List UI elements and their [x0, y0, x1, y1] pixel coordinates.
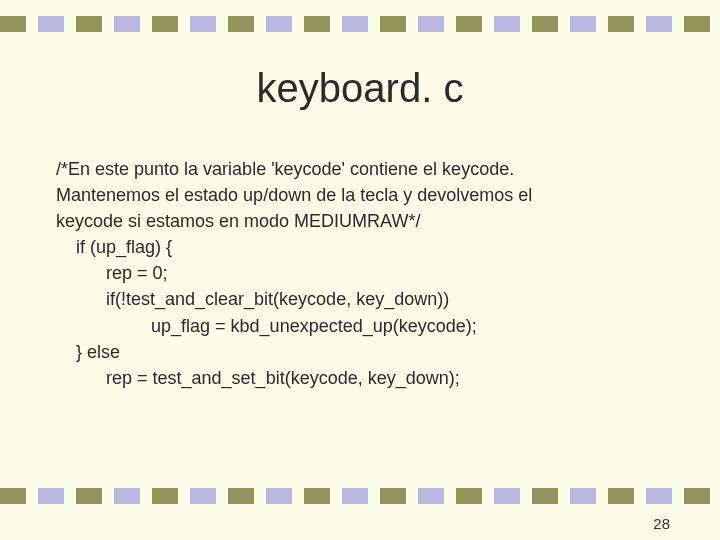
- code-line: rep = test_and_set_bit(keycode, key_down…: [56, 365, 680, 391]
- page-number: 28: [653, 515, 670, 532]
- code-line: rep = 0;: [56, 260, 680, 286]
- code-line: keycode si estamos en modo MEDIUMRAW*/: [56, 208, 680, 234]
- code-line: } else: [56, 339, 680, 365]
- code-line: if(!test_and_clear_bit(keycode, key_down…: [56, 286, 680, 312]
- code-line: Mantenemos el estado up/down de la tecla…: [56, 182, 680, 208]
- slide-title: keyboard. c: [0, 66, 720, 111]
- decorative-stripe-top: [0, 16, 720, 32]
- decorative-stripe-bottom: [0, 488, 720, 504]
- code-line: /*En este punto la variable 'keycode' co…: [56, 156, 680, 182]
- code-line: up_flag = kbd_unexpected_up(keycode);: [56, 313, 680, 339]
- code-block: /*En este punto la variable 'keycode' co…: [56, 156, 680, 391]
- code-line: if (up_flag) {: [56, 234, 680, 260]
